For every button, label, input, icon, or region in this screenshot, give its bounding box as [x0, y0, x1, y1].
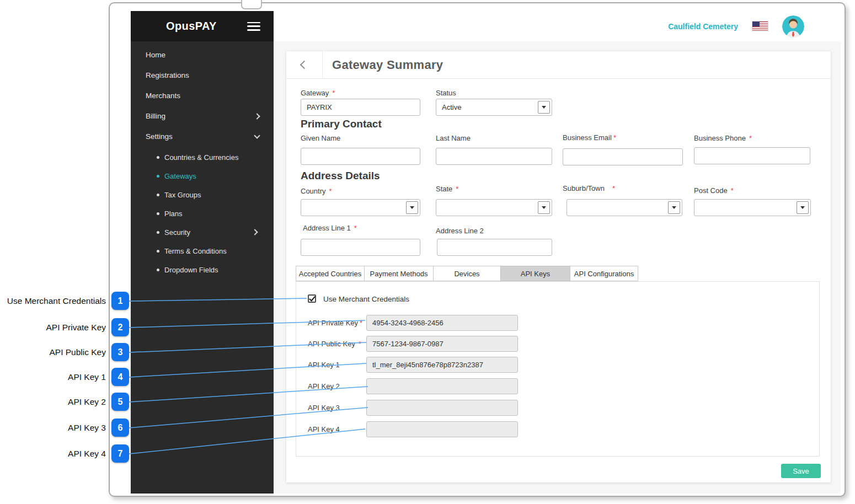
sidebar-nav: Home Registrations Merchants Billing Set… [131, 41, 274, 147]
api-key-4-input[interactable] [366, 421, 518, 437]
address-line2-input[interactable] [437, 239, 552, 256]
address-line2-label: Address Line 2 [436, 227, 484, 235]
use-merchant-credentials-checkbox[interactable] [308, 294, 316, 303]
gateway-input[interactable] [301, 99, 420, 116]
tab-accepted-countries[interactable]: Accepted Countries [296, 266, 365, 281]
business-email-input[interactable] [563, 148, 683, 165]
annotation-label-2: API Private Key [6, 322, 106, 333]
annotation-badge-2: 2 [111, 318, 129, 336]
chevron-right-icon [252, 229, 258, 235]
annotation-badge-6: 6 [111, 419, 129, 437]
sidebar-item-dropdown-fields[interactable]: Dropdown Fields [131, 260, 274, 279]
gateway-label: Gateway* [301, 89, 335, 97]
sidebar-item-label: Merchants [146, 92, 180, 100]
account-link[interactable]: Caulfield Cemetery [668, 22, 738, 31]
post-code-label: Post Code* [694, 186, 734, 195]
tab-api-keys[interactable]: API Keys [500, 266, 570, 281]
given-name-input[interactable] [301, 148, 420, 165]
business-phone-input[interactable] [694, 147, 810, 164]
sidebar-item-label: Settings [146, 132, 173, 141]
country-select[interactable] [301, 199, 420, 216]
save-button[interactable]: Save [781, 464, 821, 478]
required-asterisk: * [329, 187, 332, 195]
annotation-label-1: Use Merchant Credentials [6, 296, 106, 307]
annotation-badge-5: 5 [111, 393, 129, 411]
page-title: Gateway Summary [332, 58, 443, 72]
dropdown-caret-icon [668, 201, 680, 214]
sidebar-item-countries-currencies[interactable]: Countries & Currencies [131, 148, 274, 167]
sidebar-item-label: Security [164, 228, 190, 237]
dropdown-caret-icon [406, 201, 418, 214]
api-key-1-input[interactable] [366, 357, 518, 373]
sidebar: OpusPAY Home Registrations Merchants Bil… [131, 11, 274, 494]
use-merchant-credentials-label: Use Merchant Credentials [323, 295, 409, 303]
annotation-label-4: API Key 1 [6, 372, 106, 383]
annotation-badge-7: 7 [111, 444, 129, 463]
annotation-badge-1: 1 [111, 292, 129, 310]
sidebar-item-label: Plans [164, 210, 183, 218]
api-key-2-input[interactable] [366, 378, 518, 394]
primary-contact-heading: Primary Contact [301, 118, 382, 130]
sidebar-item-label: Countries & Currencies [164, 153, 238, 162]
bullet-icon [157, 212, 159, 215]
required-asterisk: * [360, 319, 362, 327]
state-label: State* [436, 185, 458, 193]
state-select[interactable] [436, 199, 552, 216]
tab-devices[interactable]: Devices [433, 266, 501, 281]
menu-icon[interactable] [247, 22, 260, 31]
sidebar-item-label: Gateways [164, 172, 196, 180]
required-asterisk: * [731, 186, 734, 195]
sidebar-item-gateways[interactable]: Gateways [131, 167, 274, 185]
status-select-value: Active [442, 103, 461, 111]
last-name-input[interactable] [436, 148, 552, 165]
status-select[interactable]: Active [436, 99, 552, 116]
sidebar-item-security[interactable]: Security [131, 223, 274, 242]
sidebar-item-home[interactable]: Home [131, 45, 274, 65]
bullet-icon [157, 250, 159, 253]
sidebar-item-tax-groups[interactable]: Tax Groups [131, 185, 274, 204]
bullet-icon [157, 194, 159, 196]
post-code-select[interactable] [694, 199, 811, 216]
settings-submenu: Countries & Currencies Gateways Tax Grou… [131, 147, 274, 279]
address-details-heading: Address Details [301, 170, 380, 182]
address-line1-label: Address Line 1* [303, 224, 357, 232]
api-key-2-label: API Key 2 [308, 382, 340, 390]
required-asterisk: * [613, 133, 616, 142]
sidebar-item-plans[interactable]: Plans [131, 204, 274, 223]
sidebar-item-terms-conditions[interactable]: Terms & Conditions [131, 242, 274, 260]
chevron-right-icon [254, 113, 260, 119]
window-tab-artifact [241, 0, 262, 9]
required-asterisk: * [359, 340, 361, 348]
required-asterisk: * [332, 89, 335, 97]
sidebar-item-label: Home [146, 51, 165, 59]
address-line1-input[interactable] [301, 239, 420, 256]
us-flag-icon[interactable] [752, 21, 768, 31]
annotation-label-5: API Key 2 [6, 396, 106, 408]
annotation-badge-3: 3 [111, 343, 129, 361]
business-phone-label: Business Phone* [694, 134, 752, 142]
api-key-3-input[interactable] [366, 400, 518, 416]
annotation-label-3: API Public Key [6, 347, 106, 358]
tab-api-configurations[interactable]: API Configurations [570, 266, 638, 281]
tab-payment-methods[interactable]: Payment Methods [364, 266, 434, 281]
sidebar-header: OpusPAY [131, 11, 274, 41]
sidebar-item-settings[interactable]: Settings [131, 126, 274, 147]
dropdown-caret-icon [797, 201, 809, 214]
sidebar-item-billing[interactable]: Billing [131, 106, 274, 126]
sidebar-item-label: Terms & Conditions [164, 247, 227, 255]
card-header: Gateway Summary [286, 51, 831, 79]
sidebar-item-registrations[interactable]: Registrations [131, 65, 274, 85]
sidebar-item-merchants[interactable]: Merchants [131, 85, 274, 106]
user-avatar[interactable] [782, 15, 804, 37]
api-public-key-label: API Public Key* [308, 340, 361, 348]
sidebar-item-label: Billing [146, 112, 165, 120]
api-public-key-input[interactable] [366, 336, 518, 352]
topbar: Caulfield Cemetery [274, 11, 841, 41]
api-private-key-input[interactable] [366, 315, 518, 331]
suburb-town-select[interactable] [567, 199, 682, 216]
api-keys-panel: Use Merchant Credentials API Private Key… [296, 281, 820, 457]
status-label: Status [436, 89, 456, 97]
back-button[interactable] [286, 51, 323, 78]
main-content: Gateway Summary Gateway* Status Active P… [274, 41, 841, 494]
sidebar-item-label: Dropdown Fields [164, 266, 218, 274]
